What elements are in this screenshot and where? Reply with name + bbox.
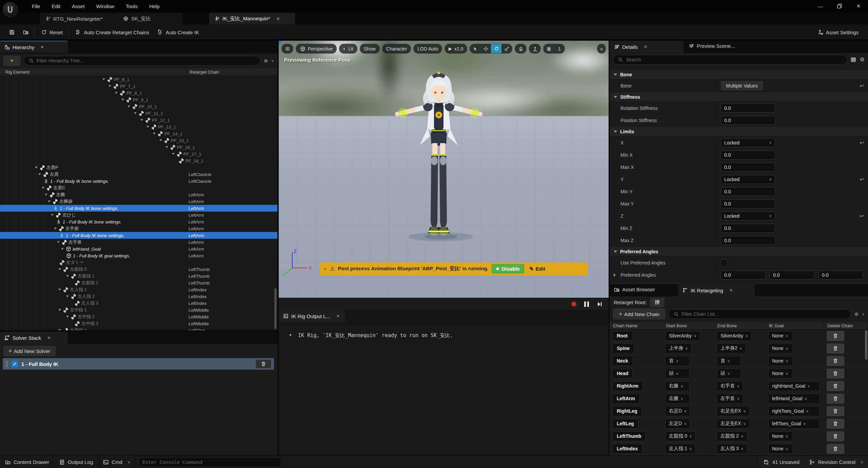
transform-space-button[interactable]: [529, 44, 541, 54]
translate-tool[interactable]: [480, 44, 491, 53]
start-bone-column-label[interactable]: Start Bone: [663, 322, 714, 329]
details-search-input[interactable]: [626, 57, 843, 62]
hierarchy-row[interactable]: 左親指 2LeftThumb: [0, 279, 277, 286]
hierarchy-scrollbar[interactable]: [274, 288, 277, 329]
delete-chain-button[interactable]: [827, 406, 844, 416]
hierarchy-row[interactable]: 左ひじLeftArm: [0, 212, 277, 218]
hierarchy-row[interactable]: 左中指 1LeftMiddle: [0, 307, 277, 313]
hierarchy-row[interactable]: PF_9_1: [0, 96, 277, 103]
chain-name-button[interactable]: RightLeg: [612, 406, 642, 416]
unsaved-assets-button[interactable]: 41 Unsaved: [758, 456, 804, 468]
end-bone-select[interactable]: 頭∨: [717, 369, 741, 378]
section-header-limits[interactable]: Limits: [610, 126, 868, 137]
solver-enabled-checkbox[interactable]: ✓: [12, 361, 18, 367]
menu-help[interactable]: Help: [145, 2, 164, 11]
expander-icon[interactable]: [35, 167, 38, 169]
expander-icon[interactable]: [127, 105, 130, 108]
section-header-preferred-angles[interactable]: Preferred Angles: [610, 247, 868, 257]
hierarchy-row[interactable]: PF_11_1: [0, 110, 277, 117]
chain-name-button[interactable]: Spine: [612, 344, 634, 353]
pause-button[interactable]: [582, 300, 591, 308]
rig-element-column-label[interactable]: Rig Element: [0, 70, 186, 75]
hierarchy-row[interactable]: PF_16_1: [0, 144, 277, 151]
ik-rig-output-log-tab[interactable]: IK Rig Output L... ✕: [279, 310, 345, 322]
hierarchy-row[interactable]: PF_15_1: [0, 137, 277, 144]
close-icon[interactable]: ✕: [729, 288, 733, 293]
hierarchy-row[interactable]: 左ダミー: [0, 259, 277, 266]
chain-table-scrollbar[interactable]: [865, 330, 867, 359]
output-log-button[interactable]: Output Log: [54, 456, 98, 468]
expander-icon[interactable]: [66, 275, 69, 277]
max-z-input[interactable]: 0.0: [721, 236, 775, 245]
preferred-angles-input-1[interactable]: 0.0: [770, 271, 814, 279]
chain-row-leftindex[interactable]: LeftIndex左人指 1∨左人指 3∨None∨: [610, 443, 868, 455]
close-icon[interactable]: ✕: [47, 335, 51, 340]
hierarchy-row[interactable]: 左腕LeftArm: [0, 191, 277, 198]
retarget-chain-column-label[interactable]: Retarget Chain: [186, 70, 219, 75]
asset-settings-button[interactable]: Asset Settings: [813, 24, 863, 40]
start-bone-select[interactable]: 首∨: [665, 356, 690, 366]
close-icon[interactable]: ✕: [276, 16, 280, 21]
expander-icon[interactable]: [140, 119, 143, 121]
hierarchy-row[interactable]: 左腕捩LeftArm: [0, 198, 277, 205]
reset-to-default-icon[interactable]: ↩: [860, 140, 864, 146]
add-new-chain-button[interactable]: + Add New Chain: [613, 309, 665, 319]
dismiss-warning-icon[interactable]: ✕: [323, 267, 327, 271]
hierarchy-row[interactable]: 左肩C: [0, 184, 277, 191]
chain-row-rightarm[interactable]: RightArm右腕∨右手首∨rightHand_Goal∨: [610, 380, 868, 392]
grid-snap-value[interactable]: 1: [554, 44, 565, 53]
expander-icon[interactable]: [48, 200, 51, 202]
close-window-button[interactable]: ✕: [849, 0, 868, 12]
ik-goal-select[interactable]: leftToes_Goal∨: [768, 419, 820, 429]
details-settings-gear-icon[interactable]: ⚙: [860, 57, 865, 62]
chain-row-leftthumb[interactable]: LeftThumb左親指 0∨左親指 2∨None∨: [610, 430, 868, 443]
menu-window[interactable]: Window: [92, 2, 118, 11]
browse-to-asset-button[interactable]: [19, 24, 33, 40]
expander-icon[interactable]: [102, 78, 105, 80]
section-header-stiffness[interactable]: Stiffness: [610, 92, 868, 102]
chain-filter[interactable]: [669, 309, 851, 319]
chain-row-root[interactable]: RootSilverAnby∨SilverAnby∨None∨: [610, 330, 868, 342]
row-expander-icon[interactable]: [614, 273, 616, 277]
details-search[interactable]: [613, 55, 847, 64]
expander-icon[interactable]: [54, 228, 57, 230]
start-bone-select[interactable]: 右足D∨: [665, 406, 690, 416]
snap-orbit-button[interactable]: [515, 44, 527, 54]
close-icon[interactable]: ✕: [336, 314, 340, 318]
show-button[interactable]: Show: [360, 44, 380, 54]
start-bone-select[interactable]: SilverAnby∨: [665, 331, 700, 341]
hierarchy-row[interactable]: PF_6_1: [0, 76, 277, 83]
add-new-solver-button[interactable]: + Add New Solver: [3, 346, 56, 356]
auto-create-retarget-chains-button[interactable]: Auto Create Retarget Chains: [71, 24, 153, 40]
expander-icon[interactable]: [165, 146, 168, 148]
min-y-input[interactable]: 0.0: [721, 187, 775, 196]
delete-chain-button[interactable]: [827, 356, 844, 366]
reset-to-default-icon[interactable]: ↩: [860, 213, 864, 219]
chain-name-column-label[interactable]: Chain Name: [610, 322, 663, 329]
hierarchy-row[interactable]: 左親指 0LeftThumb: [0, 266, 277, 273]
playback-speed-button[interactable]: ▶x1.0: [445, 44, 467, 54]
lod-button[interactable]: LOD Auto: [413, 44, 442, 54]
chain-row-leftarm[interactable]: LeftArm左腕∨左手首∨leftHand_Goal∨: [610, 392, 868, 405]
delete-chain-button[interactable]: [827, 381, 844, 391]
chain-row-head[interactable]: Head頭∨頭∨None∨: [610, 367, 868, 380]
expander-icon[interactable]: [159, 139, 162, 141]
reset-to-default-icon[interactable]: ↩: [860, 176, 864, 182]
solver-item-1-full-body-ik[interactable]: ✓1 - Full Body IK: [3, 358, 274, 370]
hierarchy-row[interactable]: 1 - Full Body IK bone settings.LeftArm: [0, 205, 277, 212]
expander-icon[interactable]: [45, 194, 47, 196]
drag-handle-icon[interactable]: [5, 360, 8, 367]
chain-name-button[interactable]: LeftThumb: [612, 431, 646, 441]
expander-icon[interactable]: [153, 133, 156, 135]
ik-goal-select[interactable]: None∨: [768, 444, 793, 454]
menu-asset[interactable]: Asset: [68, 2, 89, 11]
expander-icon[interactable]: [57, 241, 60, 243]
close-icon[interactable]: ✕: [40, 45, 44, 50]
hierarchy-row[interactable]: 左中指 3LeftMiddle: [0, 320, 277, 327]
ik-goal-select[interactable]: rightHand_Goal∨: [768, 381, 820, 391]
preferred-angles-input-0[interactable]: 0.0: [721, 271, 766, 279]
hierarchy-row[interactable]: 1 - Full Body IK bone settings.LeftClavi…: [0, 178, 277, 184]
rotate-tool[interactable]: [491, 44, 501, 53]
edit-button[interactable]: ✎Edit: [527, 266, 547, 272]
hierarchy-row[interactable]: 左肩LeftClavicle: [0, 171, 277, 178]
